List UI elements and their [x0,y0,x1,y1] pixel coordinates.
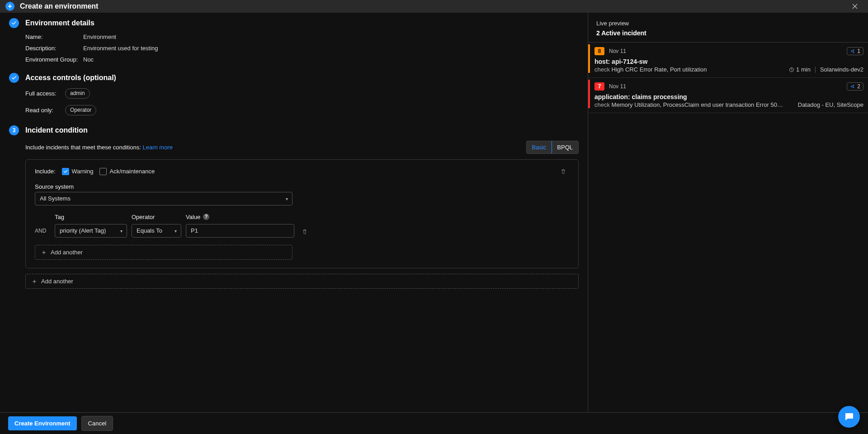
check-icon [63,169,68,174]
incident-count-badge: 8 [594,47,604,55]
operator-label: Operator [132,214,181,220]
warning-label: Warning [72,168,94,175]
add-condition-button[interactable]: ＋ Add another [25,274,579,289]
ack-checkbox[interactable] [99,168,107,175]
step-1-badge [9,18,19,28]
preview-title: 2 Active incident [596,29,860,37]
chat-widget-button[interactable] [838,406,860,428]
check-icon [11,20,17,26]
section-title-access: Access controls (optional) [25,74,116,82]
incident-entity: host: api-7124-sw [594,58,707,65]
env-name-value: Environment [83,33,579,40]
source-system-label: Source system [35,183,569,190]
left-pane: Environment details Name: Environment De… [0,13,588,412]
cancel-button[interactable]: Cancel [81,416,113,431]
plus-circle-icon: + [5,2,14,11]
plus-icon: ＋ [41,249,47,255]
section-title-incident: Incident condition [25,126,88,134]
env-group-value: Noc [83,56,579,63]
incident-list: 8 Nov 11 1 host: api-7124-sw check High … [588,43,868,113]
footer: Create Environment Cancel [0,412,868,434]
create-environment-button[interactable]: Create Environment [8,416,77,430]
severity-bar [588,44,590,73]
incident-source: Solarwinds-dev2 [820,66,863,73]
preview-subtitle: Live preview [596,20,860,27]
help-icon[interactable]: ? [203,214,209,220]
env-desc-value: Environment used for testing [83,45,579,52]
section-title-env: Environment details [25,19,94,27]
step-2-badge [9,73,19,83]
section-access-controls: Access controls (optional) Full access: … [9,73,579,115]
trash-icon [560,168,566,175]
trash-icon [302,229,308,235]
incident-row[interactable]: 7 Nov 11 2 application: claims processin… [588,78,868,113]
live-preview-pane: Live preview 2 Active incident 8 Nov 11 … [588,13,868,412]
incident-check: check Memory Utilization, ProcessClaim e… [594,101,783,108]
incident-meta: 1 min Solarwinds-dev2 [789,66,863,73]
ack-checkbox-wrap[interactable]: Ack/maintenance [99,168,155,175]
incident-date: Nov 11 [609,48,626,54]
section-environment-details: Environment details Name: Environment De… [9,18,579,63]
full-access-pill: admin [65,88,90,99]
ack-label: Ack/maintenance [109,168,155,175]
share-icon [850,48,855,54]
modal-header: + Create an environment [0,0,868,13]
step-3-badge: 3 [9,125,19,135]
delete-tag-row-button[interactable] [299,226,311,238]
warning-checkbox[interactable] [62,168,69,175]
value-label: Value ? [186,214,294,220]
add-condition-label: Add another [41,278,73,285]
share-icon [850,84,855,89]
share-count: 1 [857,48,860,54]
and-label: AND [35,228,50,238]
read-only-label: Read only: [25,107,61,114]
learn-more-link[interactable]: Learn more [142,144,172,151]
header-title: Create an environment [20,2,98,10]
incident-intro: Include incidents that meet these condit… [25,144,173,151]
source-system-value: All Systems [35,192,292,205]
incident-check: check High CRC Error Rate, Port utilizat… [594,66,707,73]
share-count: 2 [857,83,860,90]
operator-value: Equals To [132,224,181,238]
tab-basic[interactable]: Basic [526,141,552,154]
tab-bpql[interactable]: BPQL [552,141,578,153]
env-name-label: Name: [25,33,80,40]
read-only-pill: Operator [65,105,96,115]
env-group-label: Environment Group: [25,56,80,63]
add-tag-row-label: Add another [51,249,83,256]
incident-meta: Datadog - EU, SiteScope [798,101,863,108]
tag-select[interactable]: priority (Alert Tag) ▾ [55,224,127,238]
share-button[interactable]: 2 [847,82,863,91]
share-button[interactable]: 1 [847,47,863,55]
warning-checkbox-wrap[interactable]: Warning [62,168,94,175]
plus-icon: ＋ [31,278,38,284]
tag-value: priority (Alert Tag) [55,224,127,238]
section-incident-condition: 3 Incident condition Include incidents t… [9,125,579,289]
clock-icon [789,67,794,72]
include-label: Include: [35,168,56,175]
condition-box: Include: Warning Ack/maintenance [25,159,579,268]
incident-age: 1 min [789,66,811,73]
incident-intro-text: Include incidents that meet these condit… [25,144,141,151]
source-system-select[interactable]: All Systems ▾ [35,192,292,205]
env-desc-label: Description: [25,45,80,52]
incident-date: Nov 11 [609,83,626,90]
incident-count-badge: 7 [594,82,604,91]
value-input[interactable] [186,224,294,238]
severity-bar [588,80,590,108]
incident-row[interactable]: 8 Nov 11 1 host: api-7124-sw check High … [588,43,868,78]
incident-entity: application: claims processing [594,93,783,100]
close-button[interactable] [850,1,860,11]
add-tag-row-button[interactable]: ＋ Add another [35,245,292,260]
operator-select[interactable]: Equals To ▾ [132,224,181,238]
close-icon [852,3,858,10]
condition-mode-toggle: Basic BPQL [526,141,579,154]
check-icon [11,75,17,81]
delete-condition-button[interactable] [557,166,569,177]
chat-icon [844,411,854,422]
tag-label: Tag [55,214,127,220]
incident-source: Datadog - EU, SiteScope [798,101,863,108]
full-access-label: Full access: [25,90,61,97]
value-label-text: Value [186,214,200,220]
